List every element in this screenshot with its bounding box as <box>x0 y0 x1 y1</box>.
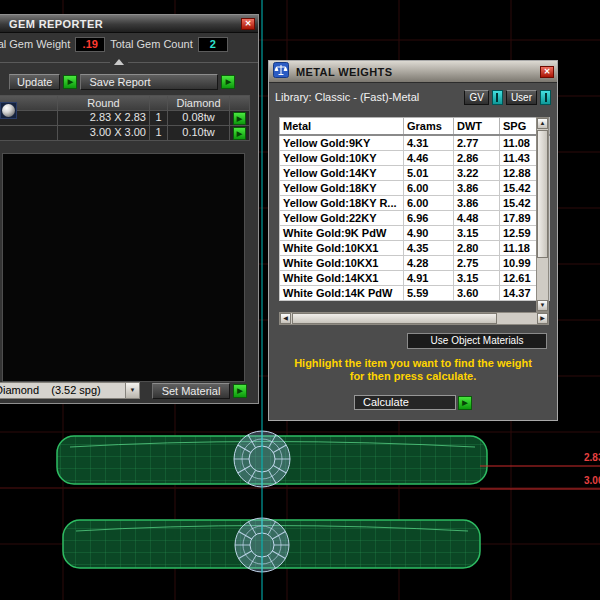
scroll-left-icon[interactable]: ◀ <box>280 313 291 324</box>
metal-cell-metal: Yellow Gold:18KY <box>280 181 404 196</box>
metal-cell-metal: White Gold:14K PdW <box>280 286 404 301</box>
metal-table-row[interactable]: White Gold:9K PdW4.903.1512.59 <box>280 226 550 241</box>
metal-cell-grams: 4.31 <box>404 135 454 151</box>
material-combobox[interactable]: Diamond (3.52 spg) ▼ <box>0 382 140 399</box>
material-combo-value[interactable]: Diamond (3.52 spg) <box>0 382 125 399</box>
application-screen: 2.83 3.00 GEM REPORTER ✕ Total Gem Weigh… <box>0 0 600 600</box>
set-material-button[interactable]: Set Material <box>152 383 230 399</box>
metal-table-row[interactable]: White Gold:10KX14.282.7510.99 <box>280 256 550 271</box>
gem-action-header <box>230 95 250 111</box>
gem-row-action-cell: ▶ <box>230 111 250 126</box>
gv-toggle-indicator[interactable] <box>492 90 503 105</box>
user-library-button[interactable]: User <box>506 90 537 105</box>
metal-cell-metal: White Gold:10KX1 <box>280 241 404 256</box>
vertical-scroll-thumb[interactable] <box>537 130 548 258</box>
metal-column-header[interactable]: Metal <box>280 118 404 136</box>
gem-row-action-cell: ▶ <box>230 126 250 141</box>
metal-cell-grams: 4.35 <box>404 241 454 256</box>
gem-size-cell: 2.83 X 2.83 <box>58 111 150 126</box>
metal-cell-dwt: 2.80 <box>454 241 500 256</box>
instruction-line-1: Highlight the item you want to find the … <box>273 357 553 370</box>
gem-row-go-button[interactable]: ▶ <box>233 127 246 140</box>
gv-library-button[interactable]: GV <box>464 90 488 105</box>
metal-table-row[interactable]: Yellow Gold:18KY6.003.8615.42 <box>280 181 550 196</box>
metal-table-row[interactable]: Yellow Gold:9KY4.312.7711.08 <box>280 135 550 151</box>
stone-sphere-icon <box>2 104 15 117</box>
gem-weight-cell: 0.10tw <box>168 126 230 141</box>
update-button[interactable]: Update <box>9 74 60 90</box>
dimension-annotations: 2.83 3.00 <box>480 452 600 489</box>
metal-cell-grams: 6.00 <box>404 196 454 211</box>
metal-cell-metal: Yellow Gold:18KY R... <box>280 196 404 211</box>
horizontal-scroll-thumb[interactable] <box>292 313 497 324</box>
metal-cell-dwt: 2.86 <box>454 151 500 166</box>
update-go-button[interactable]: ▶ <box>63 75 77 89</box>
vertical-scrollbar[interactable]: ▲ ▼ <box>536 117 549 312</box>
metal-cell-dwt: 4.48 <box>454 211 500 226</box>
calculate-row: Calculate ▶ <box>269 395 557 410</box>
gem-row-go-button[interactable]: ▶ <box>233 112 246 125</box>
scale-icon <box>273 62 289 82</box>
gem-reporter-title: GEM REPORTER <box>0 18 103 30</box>
gem-table-row[interactable]: 3.00 X 3.0010.10tw▶ <box>0 126 258 141</box>
gem-reporter-window: GEM REPORTER ✕ Total Gem Weight .19 Tota… <box>0 14 259 404</box>
instruction-line-2: for then press calculate. <box>273 370 553 383</box>
metal-weights-titlebar[interactable]: METAL WEIGHTS ✕ <box>269 61 557 83</box>
gem-table-row[interactable]: 2.83 X 2.8310.08tw▶ <box>0 111 258 126</box>
set-material-go-button[interactable]: ▶ <box>233 384 247 398</box>
save-report-button[interactable]: Save Report <box>80 74 218 90</box>
collapse-arrow-icon[interactable] <box>114 59 124 65</box>
rollup-divider <box>0 55 258 69</box>
metal-cell-metal: Yellow Gold:10KY <box>280 151 404 166</box>
grams-column-header[interactable]: Grams <box>404 118 454 136</box>
divider-line <box>0 62 110 63</box>
metal-cell-metal: White Gold:9K PdW <box>280 226 404 241</box>
dimension-label-2: 3.00 <box>584 475 600 486</box>
metal-table-area: Metal Grams DWT SPG Yellow Gold:9KY4.312… <box>279 117 549 325</box>
use-object-materials-button[interactable]: Use Object Materials <box>407 333 547 349</box>
library-label: Library: Classic - (Fast)-Metal <box>275 91 461 103</box>
metal-table-row[interactable]: Yellow Gold:14KY5.013.2212.88 <box>280 166 550 181</box>
total-gem-weight-value: .19 <box>75 37 105 52</box>
gem-count-cell: 1 <box>150 126 168 141</box>
calculate-go-button[interactable]: ▶ <box>458 396 472 410</box>
close-icon[interactable]: ✕ <box>241 18 255 30</box>
gem-size-cell: 3.00 X 3.00 <box>58 126 150 141</box>
dwt-column-header[interactable]: DWT <box>454 118 500 136</box>
metal-cell-dwt: 2.75 <box>454 256 500 271</box>
user-toggle-indicator[interactable] <box>540 90 551 105</box>
toggle-bar <box>545 93 547 102</box>
gem-table-header: Round Diamond <box>0 95 258 111</box>
toggle-bar <box>496 93 498 102</box>
metal-table-row[interactable]: White Gold:14K PdW5.593.6014.37 <box>280 286 550 301</box>
gem-shape-header[interactable]: Round <box>58 95 150 111</box>
gem-table: Round Diamond 2.83 X 2.8310.08tw▶3.00 X … <box>0 95 258 141</box>
metal-table-row[interactable]: White Gold:14KX14.913.1512.61 <box>280 271 550 286</box>
scroll-down-icon[interactable]: ▼ <box>537 300 548 311</box>
metal-cell-metal: White Gold:14KX1 <box>280 271 404 286</box>
metal-cell-grams: 4.28 <box>404 256 454 271</box>
gem-reporter-titlebar[interactable]: GEM REPORTER ✕ <box>0 15 258 33</box>
metal-table: Metal Grams DWT SPG Yellow Gold:9KY4.312… <box>279 117 550 301</box>
gem-report-list-panel[interactable] <box>2 153 245 382</box>
close-icon[interactable]: ✕ <box>540 66 554 78</box>
metal-table-row[interactable]: Yellow Gold:10KY4.462.8611.43 <box>280 151 550 166</box>
metal-cell-metal: Yellow Gold:14KY <box>280 166 404 181</box>
gem-count-header[interactable] <box>150 95 168 111</box>
scroll-up-icon[interactable]: ▲ <box>537 118 548 129</box>
gem-weight-cell: 0.08tw <box>168 111 230 126</box>
scroll-right-icon[interactable]: ▶ <box>537 313 548 324</box>
gem-type-header[interactable]: Diamond <box>168 95 230 111</box>
save-report-go-button[interactable]: ▶ <box>221 75 235 89</box>
calculate-button[interactable]: Calculate <box>354 395 456 410</box>
metal-table-row[interactable]: Yellow Gold:22KY6.964.4817.89 <box>280 211 550 226</box>
metal-table-row[interactable]: White Gold:10KX14.352.8011.18 <box>280 241 550 256</box>
total-gem-count-label: Total Gem Count <box>110 38 193 50</box>
chevron-down-icon[interactable]: ▼ <box>125 382 140 399</box>
metal-cell-dwt: 3.86 <box>454 181 500 196</box>
dimension-label-1: 2.83 <box>584 452 600 463</box>
horizontal-scrollbar[interactable]: ◀ ▶ <box>279 312 549 325</box>
metal-table-row[interactable]: Yellow Gold:18KY R...6.003.8615.42 <box>280 196 550 211</box>
metal-cell-dwt: 3.60 <box>454 286 500 301</box>
metal-cell-grams: 4.46 <box>404 151 454 166</box>
